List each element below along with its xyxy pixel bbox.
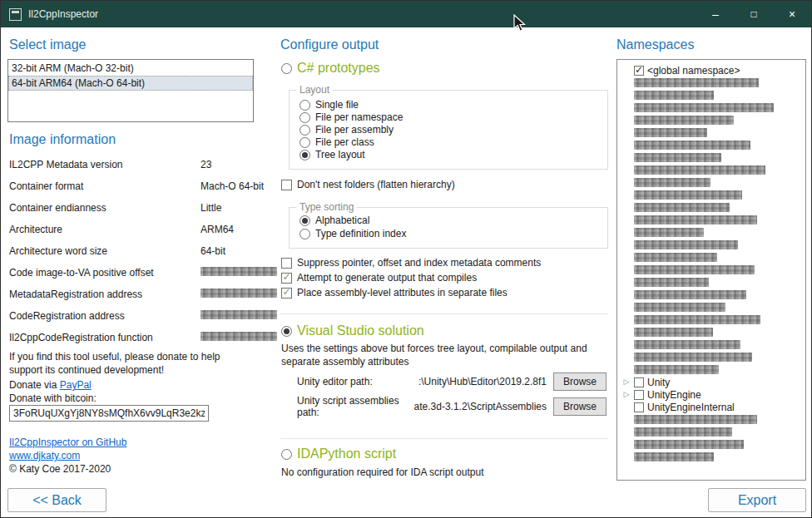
namespace-item-redacted[interactable]: [622, 214, 802, 226]
namespace-item-redacted[interactable]: [622, 226, 802, 239]
namespace-item-redacted[interactable]: [622, 363, 802, 376]
checkbox-icon[interactable]: [634, 402, 644, 412]
checkbox-label[interactable]: Place assembly-level attributes in separ…: [297, 287, 508, 298]
checkbox-icon[interactable]: [281, 258, 292, 269]
close-button[interactable]: ×: [773, 1, 811, 27]
expander-icon[interactable]: ▷: [622, 391, 631, 398]
namespace-item-redacted[interactable]: [622, 313, 802, 326]
namespace-item-redacted[interactable]: [622, 189, 802, 201]
checkbox-separate-attribute-files[interactable]: Place assembly-level attributes in separ…: [281, 287, 508, 298]
namespace-item-unityengine[interactable]: ▷ UnityEngine: [622, 388, 802, 401]
radio-label[interactable]: Type definition index: [315, 228, 406, 239]
radio-label[interactable]: IDAPython script: [297, 446, 396, 461]
radio-icon[interactable]: [300, 125, 310, 136]
namespace-item-redacted[interactable]: [622, 413, 802, 426]
radio-label[interactable]: Visual Studio solution: [297, 323, 424, 338]
radio-alphabetical[interactable]: Alphabetical: [300, 215, 369, 226]
namespace-label[interactable]: <global namespace>: [647, 65, 740, 76]
radio-label[interactable]: Alphabetical: [315, 215, 369, 226]
github-link[interactable]: Il2CppInspector on GitHub: [9, 437, 126, 448]
checkbox-icon[interactable]: [634, 390, 644, 400]
radio-icon[interactable]: [300, 100, 310, 111]
checkbox-icon[interactable]: [281, 180, 292, 190]
radio-idapython-script[interactable]: IDAPython script: [281, 446, 396, 461]
namespace-item-redacted[interactable]: [622, 264, 802, 276]
namespace-item-redacted[interactable]: [622, 289, 802, 301]
radio-single-file[interactable]: Single file: [300, 99, 359, 111]
radio-label[interactable]: Tree layout: [315, 149, 365, 160]
checkbox-label[interactable]: Suppress pointer, offset and index metad…: [297, 257, 541, 269]
radio-icon[interactable]: [281, 449, 292, 460]
namespace-item-redacted[interactable]: [622, 276, 802, 289]
namespace-item-redacted[interactable]: [622, 76, 802, 89]
namespace-item-unity[interactable]: ▷ Unity: [622, 376, 802, 388]
checkbox-icon[interactable]: [634, 66, 644, 76]
radio-tree-layout[interactable]: Tree layout: [300, 149, 365, 160]
bitcoin-address-input[interactable]: [9, 405, 209, 422]
list-item-image-32bit[interactable]: 32-bit ARM (Mach-O 32-bit): [8, 61, 253, 76]
redacted-text: [634, 415, 757, 424]
namespace-label[interactable]: UnityEngine: [647, 389, 701, 401]
namespace-item-global[interactable]: <global namespace>: [622, 64, 802, 76]
radio-csharp-prototypes[interactable]: C# prototypes: [281, 61, 380, 76]
radio-icon[interactable]: [281, 326, 292, 337]
radio-visual-studio-solution[interactable]: Visual Studio solution: [281, 323, 424, 338]
back-button[interactable]: << Back: [7, 488, 106, 512]
radio-label[interactable]: File per assembly: [315, 124, 394, 136]
checkbox-suppress-comments[interactable]: Suppress pointer, offset and index metad…: [281, 257, 541, 269]
radio-icon[interactable]: [300, 112, 310, 123]
checkbox-icon[interactable]: [281, 273, 292, 284]
namespace-item-redacted[interactable]: [622, 126, 802, 139]
checkbox-icon[interactable]: [634, 377, 644, 387]
namespace-item-redacted[interactable]: [622, 101, 802, 114]
namespace-item-redacted[interactable]: [622, 114, 802, 126]
image-listbox[interactable]: 32-bit ARM (Mach-O 32-bit) 64-bit ARM64 …: [7, 59, 254, 122]
radio-label[interactable]: Single file: [315, 99, 359, 111]
namespaces-tree[interactable]: <global namespace> ▷ Unity ▷: [616, 59, 806, 481]
namespace-item-redacted[interactable]: [622, 151, 802, 164]
namespace-item-redacted[interactable]: [622, 326, 802, 338]
namespace-item-redacted[interactable]: [622, 201, 802, 214]
namespace-item-redacted[interactable]: [622, 451, 802, 463]
list-item-image-64bit[interactable]: 64-bit ARM64 (Mach-O 64-bit): [8, 76, 253, 91]
namespace-label[interactable]: UnityEngineInternal: [647, 402, 735, 413]
radio-label[interactable]: File per class: [315, 136, 374, 148]
namespace-item-redacted[interactable]: [622, 426, 802, 438]
namespace-item-redacted[interactable]: [622, 438, 802, 451]
radio-type-definition-index[interactable]: Type definition index: [300, 228, 406, 239]
namespace-item-redacted[interactable]: [622, 338, 802, 351]
checkbox-output-compiles[interactable]: Attempt to generate output that compiles: [281, 272, 477, 284]
radio-icon[interactable]: [281, 63, 292, 74]
namespace-item-redacted[interactable]: [622, 176, 802, 189]
radio-label[interactable]: File per namespace: [315, 111, 403, 123]
radio-file-per-class[interactable]: File per class: [300, 136, 374, 148]
maximize-button[interactable]: □: [735, 1, 773, 27]
namespace-label[interactable]: Unity: [647, 377, 670, 388]
namespace-item-redacted[interactable]: [622, 301, 802, 313]
browse-editor-path-button[interactable]: Browse: [553, 372, 607, 391]
namespace-item-redacted[interactable]: [622, 89, 802, 101]
radio-icon[interactable]: [300, 150, 310, 160]
checkbox-label[interactable]: Don't nest folders (flatten hierarchy): [297, 179, 455, 190]
radio-icon[interactable]: [300, 215, 310, 226]
namespace-item-redacted[interactable]: [622, 351, 802, 363]
namespace-item-redacted[interactable]: [622, 251, 802, 264]
paypal-link[interactable]: PayPal: [60, 379, 92, 391]
expander-icon[interactable]: ▷: [622, 378, 631, 386]
namespace-item-redacted[interactable]: [622, 239, 802, 251]
namespace-item-redacted[interactable]: [622, 139, 802, 151]
radio-file-per-assembly[interactable]: File per assembly: [300, 124, 394, 136]
radio-label[interactable]: C# prototypes: [297, 61, 380, 76]
checkbox-label[interactable]: Attempt to generate output that compiles: [297, 272, 477, 284]
minimize-button[interactable]: –: [696, 1, 735, 27]
export-button[interactable]: Export: [708, 488, 806, 512]
checkbox-flatten-hierarchy[interactable]: Don't nest folders (flatten hierarchy): [281, 179, 455, 190]
radio-file-per-namespace[interactable]: File per namespace: [300, 111, 403, 123]
website-link[interactable]: www.djkaty.com: [9, 450, 80, 461]
checkbox-icon[interactable]: [281, 288, 292, 298]
radio-icon[interactable]: [300, 229, 310, 239]
namespace-item-redacted[interactable]: [622, 164, 802, 176]
namespace-item-unityengineinternal[interactable]: UnityEngineInternal: [622, 401, 802, 413]
radio-icon[interactable]: [300, 137, 310, 148]
browse-assemblies-path-button[interactable]: Browse: [553, 397, 607, 416]
